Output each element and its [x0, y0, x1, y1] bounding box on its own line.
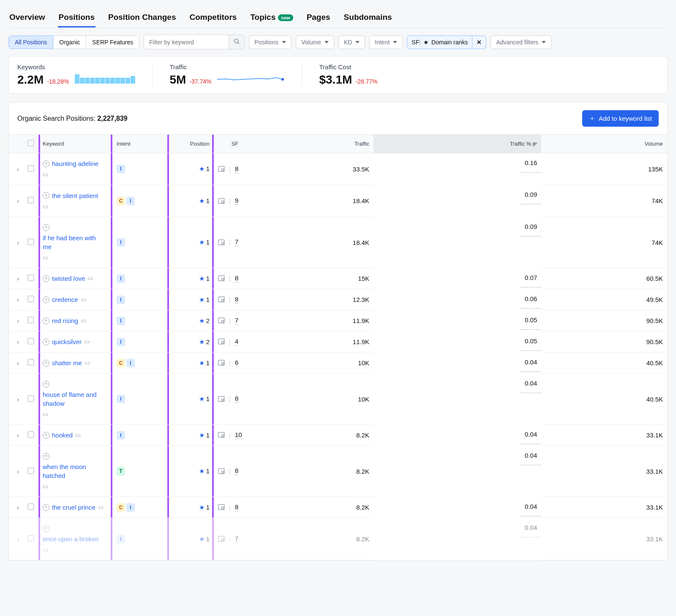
add-icon[interactable]: + [43, 453, 49, 460]
expand-icon[interactable]: › [17, 338, 19, 345]
add-to-keyword-list-button[interactable]: ＋Add to keyword list [582, 110, 659, 127]
segment-serp-features[interactable]: SERP Features [86, 35, 139, 49]
sf-cell[interactable]: |10 [218, 431, 242, 439]
add-icon[interactable]: + [43, 317, 49, 324]
serp-icon[interactable]: ▭ [81, 317, 86, 325]
filter-intent[interactable]: Intent [369, 35, 403, 49]
serp-icon[interactable]: ▭ [84, 359, 90, 367]
expand-icon[interactable]: › [17, 317, 19, 324]
sf-cell[interactable]: |6 [218, 359, 238, 367]
tab-topics[interactable]: Topicsnew [249, 8, 294, 27]
expand-icon[interactable]: › [17, 431, 19, 439]
row-checkbox[interactable] [27, 274, 34, 281]
sf-cell[interactable]: |7 [218, 535, 238, 543]
row-checkbox[interactable] [27, 535, 34, 542]
expand-icon[interactable]: › [17, 296, 19, 303]
filter-kd[interactable]: KD [338, 35, 365, 49]
serp-icon[interactable]: ▭ [43, 171, 48, 179]
col-traffic[interactable]: Traffic [256, 135, 373, 153]
add-icon[interactable]: + [43, 275, 49, 282]
row-checkbox[interactable] [27, 338, 34, 345]
sf-cell[interactable]: |7 [218, 238, 238, 246]
keyword-link[interactable]: +shatter me ▭ [43, 358, 90, 367]
col-volume[interactable]: Volume [541, 135, 667, 153]
serp-icon[interactable]: ▭ [75, 431, 81, 440]
serp-icon[interactable]: ▭ [87, 274, 93, 283]
keyword-link[interactable]: +haunting adeline ▭ [43, 159, 106, 179]
select-all-checkbox[interactable] [27, 140, 34, 147]
row-checkbox[interactable] [27, 197, 34, 204]
col-sf[interactable]: SF [214, 135, 256, 153]
serp-icon[interactable]: ▭ [43, 254, 48, 262]
add-icon[interactable]: + [43, 504, 49, 511]
close-icon[interactable]: ✕ [472, 36, 486, 49]
row-checkbox[interactable] [27, 296, 34, 302]
keyword-link[interactable]: +twisted love ▭ [43, 274, 93, 283]
segment-organic[interactable]: Organic [53, 35, 86, 49]
keyword-link[interactable]: +red rising ▭ [43, 316, 86, 325]
tab-subdomains[interactable]: Subdomains [343, 8, 393, 27]
expand-icon[interactable]: › [17, 396, 19, 403]
add-icon[interactable]: + [43, 525, 49, 532]
add-icon[interactable]: + [43, 224, 49, 231]
sf-cell[interactable]: |8 [218, 296, 238, 304]
keyword-link[interactable]: +the cruel prince ▭ [43, 503, 104, 512]
keyword-link[interactable]: +once upon a broken ▭ [43, 525, 106, 554]
add-icon[interactable]: + [43, 381, 49, 388]
filter-volume[interactable]: Volume [296, 35, 334, 49]
tab-pages[interactable]: Pages [306, 8, 331, 27]
add-icon[interactable]: + [43, 160, 49, 167]
expand-icon[interactable]: › [17, 197, 19, 204]
sf-cell[interactable]: |8 [218, 503, 238, 511]
sf-cell[interactable]: |8 [218, 165, 238, 173]
row-checkbox[interactable] [27, 431, 34, 438]
tab-competitors[interactable]: Competitors [188, 8, 237, 27]
sf-cell[interactable]: |4 [218, 338, 238, 346]
col-traffic-pct[interactable]: Traffic % [373, 135, 541, 153]
add-icon[interactable]: + [43, 296, 49, 303]
sf-cell[interactable]: |8 [218, 274, 238, 282]
tab-positions[interactable]: Positions [58, 8, 96, 27]
add-icon[interactable]: + [43, 432, 49, 439]
serp-icon[interactable]: ▭ [43, 483, 48, 491]
tab-overview[interactable]: Overview [8, 8, 46, 27]
add-icon[interactable]: + [43, 339, 49, 345]
keyword-link[interactable]: +house of flame and shadow ▭ [43, 381, 106, 419]
filter-positions[interactable]: Positions [249, 35, 292, 49]
segment-all-positions[interactable]: All Positions [8, 35, 53, 49]
expand-icon[interactable]: › [17, 468, 19, 475]
expand-icon[interactable]: › [17, 504, 19, 511]
sf-cell[interactable]: |7 [218, 317, 238, 325]
row-checkbox[interactable] [27, 395, 34, 402]
expand-icon[interactable]: › [17, 275, 19, 282]
sf-cell[interactable]: |8 [218, 467, 238, 475]
expand-icon[interactable]: › [17, 166, 19, 173]
sf-cell[interactable]: |8 [218, 395, 238, 403]
row-checkbox[interactable] [27, 165, 34, 172]
advanced-filters[interactable]: Advanced filters [491, 35, 551, 49]
serp-icon[interactable]: ▭ [84, 338, 90, 346]
keyword-link[interactable]: +if he had been with me ▭ [43, 224, 106, 262]
expand-icon[interactable]: › [17, 359, 19, 366]
tab-position-changes[interactable]: Position Changes [107, 8, 177, 27]
serp-icon[interactable]: ▭ [43, 546, 48, 554]
col-keyword[interactable]: Keyword [38, 135, 112, 153]
expand-icon[interactable]: › [17, 535, 19, 543]
row-checkbox[interactable] [27, 503, 34, 510]
col-intent[interactable]: Intent [112, 135, 167, 153]
filter-input[interactable] [144, 35, 229, 49]
row-checkbox[interactable] [27, 467, 34, 474]
keyword-link[interactable]: +the silent patient ▭ [43, 191, 106, 211]
keyword-link[interactable]: +hooked ▭ [43, 431, 81, 440]
expand-icon[interactable]: › [17, 239, 19, 246]
add-icon[interactable]: + [43, 192, 49, 199]
row-checkbox[interactable] [27, 317, 34, 323]
search-icon[interactable] [229, 35, 244, 49]
col-position[interactable]: Position [167, 135, 214, 153]
serp-icon[interactable]: ▭ [43, 203, 48, 211]
keyword-link[interactable]: +credence ▭ [43, 295, 86, 304]
row-checkbox[interactable] [27, 239, 34, 245]
add-icon[interactable]: + [43, 360, 49, 366]
row-checkbox[interactable] [27, 359, 34, 366]
sf-cell[interactable]: |9 [218, 197, 238, 205]
